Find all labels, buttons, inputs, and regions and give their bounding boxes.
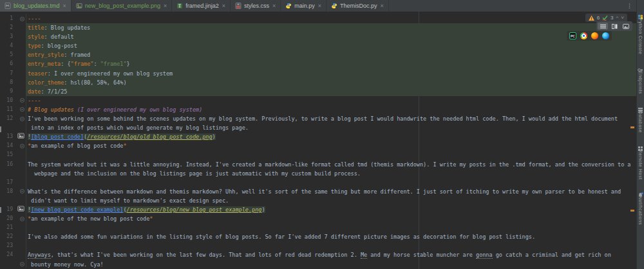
gutter-cell <box>13 196 26 205</box>
editor-line-wrap[interactable]: didn't want to limit myself to markdown'… <box>0 196 636 205</box>
code-segment: * <box>123 143 126 149</box>
image-preview-gutter-icon[interactable] <box>17 132 24 141</box>
line-text: date: 7/1/25 <box>26 87 636 96</box>
tab-styles.css[interactable]: styles.css× <box>231 0 281 12</box>
tab-close-icon[interactable]: × <box>62 3 66 9</box>
editor-line-23[interactable]: 23 <box>0 241 636 250</box>
prev-problem-icon[interactable]: ^ <box>616 15 619 21</box>
editor-line-1[interactable]: 1---- <box>0 14 636 23</box>
tab-close-icon[interactable]: × <box>163 3 167 9</box>
code-editor[interactable]: 1----2title: Blog updates3style: default… <box>0 12 636 269</box>
editor-line-14[interactable]: 14*an example of blog post code* <box>0 141 636 150</box>
browser-launch-toolbar: PC <box>567 31 612 41</box>
editor-line-18[interactable]: 18What's the difference between markdown… <box>0 187 636 196</box>
code-segment: } <box>127 61 130 67</box>
code-segment: : blog-post <box>41 43 77 49</box>
code-segment: date <box>28 88 41 95</box>
line-text: title: Blog updates <box>26 23 636 32</box>
editor-line-24[interactable]: 24Anyways, that's what I've been working… <box>0 250 636 259</box>
gutter-cell <box>13 169 26 178</box>
editor-line-7[interactable]: 7teaser: I over engineered my own blog s… <box>0 69 636 78</box>
editor-line-22[interactable]: 22I've also added some fun variations in… <box>0 232 636 241</box>
editor-line-15[interactable]: 15 <box>0 150 636 159</box>
image-preview-gutter-icon[interactable] <box>17 205 24 214</box>
line-number: 2 <box>0 23 13 32</box>
edge-browser-icon[interactable] <box>602 32 609 39</box>
tab-new_blog_post_example.png[interactable]: new_blog_post_example.png× <box>71 0 172 12</box>
line-number <box>0 260 13 269</box>
tab-options-icon[interactable]: ⋮ <box>623 0 636 12</box>
gutter-cell <box>13 250 26 259</box>
tab-close-icon[interactable]: × <box>222 3 225 9</box>
editor-line-wrap[interactable]: webpage and the inclusion on the blog li… <box>0 169 636 178</box>
pycharm-browser-icon[interactable]: PC <box>569 32 576 39</box>
editor-line-10[interactable]: 10---- <box>0 96 636 105</box>
tab-blog_updates.tmd[interactable]: blog_updates.tmd× <box>0 0 71 12</box>
tab-close-icon[interactable]: × <box>272 3 276 9</box>
next-problem-icon[interactable]: ˅ <box>621 15 624 21</box>
line-number: 18 <box>0 187 13 196</box>
tab-close-icon[interactable]: × <box>317 3 321 9</box>
scrollbar-warning-mark[interactable] <box>630 126 634 128</box>
editor-line-wrap[interactable]: into an index of posts which would gener… <box>0 123 636 132</box>
tab-framed.jinja2[interactable]: framed.jinja2× <box>172 0 231 12</box>
fold-marker-icon[interactable] <box>20 117 24 121</box>
fold-marker-icon[interactable] <box>20 144 24 148</box>
fold-marker-icon[interactable] <box>20 217 24 221</box>
tool-window-label: Notifications <box>638 196 643 225</box>
editor-line-8[interactable]: 8color_theme: hsl(80, 58%, 64%) <box>0 78 636 87</box>
gutter-cell <box>13 105 26 114</box>
chrome-browser-icon[interactable] <box>580 32 587 39</box>
view-mode-preview-only-button[interactable] <box>621 23 631 30</box>
line-text: What's the difference between markdown a… <box>26 187 636 196</box>
editor-line-13[interactable]: 13![blog post code](/resources/blog/old_… <box>0 132 636 141</box>
editor-line-11[interactable]: 11# Blog updates (I over engineered my o… <box>0 105 636 114</box>
editor-line-2[interactable]: 2title: Blog updates <box>0 23 636 32</box>
fold-marker-icon[interactable] <box>20 107 24 112</box>
tool-window-button-remote-host[interactable]: Remote Host <box>638 142 643 179</box>
editor-line-17[interactable]: 17 <box>0 178 636 187</box>
tool-window-button-notifications[interactable]: Notifications <box>638 188 643 225</box>
editor-line-19[interactable]: 19![new blog post code example](/resourc… <box>0 205 636 214</box>
editor-line-21[interactable]: 21 <box>0 223 636 232</box>
line-number: 1 <box>0 14 13 23</box>
tab-label: new_blog_post_example.png <box>85 3 160 9</box>
code-segment: ) <box>213 134 216 140</box>
line-text <box>26 178 636 187</box>
editor-line-3[interactable]: 3style: default <box>0 32 636 41</box>
firefox-browser-icon[interactable] <box>591 32 598 39</box>
scrollbar-warning-mark[interactable] <box>630 210 634 212</box>
tab-main.py[interactable]: main.py× <box>281 0 327 12</box>
editor-line-20[interactable]: 20*an example of the new blog post code* <box>0 214 636 223</box>
code-segment: "frame" <box>71 61 94 67</box>
editor-line-4[interactable]: 4type: blog-post <box>0 41 636 50</box>
tool-window-button-python-console[interactable]: Python Console <box>638 10 643 54</box>
fold-marker-icon[interactable] <box>20 262 24 266</box>
line-number <box>0 123 13 132</box>
tab-ThemisDoc.py[interactable]: ThemisDoc.py× <box>327 0 389 12</box>
editor-line-9[interactable]: 9date: 7/1/25 <box>0 87 636 96</box>
gutter-cell <box>13 32 26 41</box>
code-segment: into an index of posts which would gener… <box>28 125 249 131</box>
editor-line-6[interactable]: 6entry_meta: {"frame": "frame1"} <box>0 59 636 68</box>
view-mode-editor-only-button[interactable] <box>598 23 608 30</box>
code-segment: : hsl(80, 58%, 64%) <box>64 79 126 86</box>
editor-line-12[interactable]: 12I've been working on some behind the s… <box>0 114 636 123</box>
editor-line-16[interactable]: 16The system worked but it was a little … <box>0 160 636 169</box>
fold-marker-icon[interactable] <box>20 98 24 103</box>
line-number: 7 <box>0 69 13 78</box>
line-number: 16 <box>0 160 13 169</box>
tab-close-icon[interactable]: × <box>380 3 384 9</box>
line-text: teaser: I over engineered my own blog sy… <box>26 69 636 78</box>
line-text: Anyways, that's what I've been working o… <box>26 250 636 259</box>
fold-marker-icon[interactable] <box>20 17 24 21</box>
editor-line-wrap[interactable]: bounty money now. Cya! <box>0 260 636 269</box>
editor-line-5[interactable]: 5entry_style: framed <box>0 50 636 59</box>
tool-window-button-database[interactable]: Database <box>638 103 643 133</box>
view-mode-editor-and-preview-button[interactable] <box>609 23 620 30</box>
code-segment: (I over engineered my own blog system) <box>77 106 202 113</box>
tool-window-button-endpoints[interactable]: Endpoints <box>638 63 643 94</box>
fold-marker-icon[interactable] <box>20 189 24 194</box>
line-number <box>0 196 13 205</box>
line-text: I've been working on some behind the sce… <box>26 114 636 123</box>
